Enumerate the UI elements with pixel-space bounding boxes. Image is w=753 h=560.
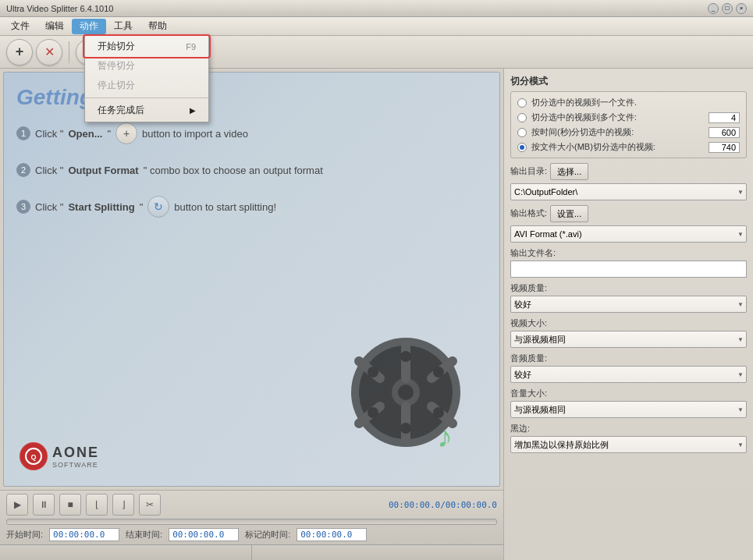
aone-sub: SOFTWARE [52,461,99,469]
aone-icon: Q [20,442,48,470]
output-dir-section: 输出目录: 选择... C:\OutputFolder\ [510,163,747,200]
left-panel: Getting Started 1 Click " Open... " + bu… [0,69,503,560]
svg-point-12 [368,367,378,377]
statusbar-field-2 [252,545,497,560]
aone-name: AONE [52,445,99,461]
output-format-select-wrapper: AVI Format (*.avi) [510,225,747,243]
close-button[interactable]: × [736,3,747,14]
add-button[interactable]: + [6,39,33,66]
progress-bar[interactable] [6,519,497,525]
audio-quality-select[interactable]: 较好 最好 一般 [510,366,747,383]
black-edge-label: 黑边: [510,423,747,434]
stop-control[interactable]: ■ [59,494,81,516]
step-3-text3: button to start splitting! [174,201,276,213]
black-edge-section: 黑边: 增加黑边以保持原始比例 [510,423,747,453]
pause-split-label: 暂停切分 [98,59,135,73]
svg-point-13 [433,407,444,418]
start-split-label: 开始切分 [98,40,135,53]
maximize-button[interactable]: □ [722,3,733,14]
remove-button[interactable]: ✕ [36,39,62,66]
radio-item-0[interactable]: 切分选中的视频到一个文件. [517,97,740,108]
menu-action[interactable]: 动作 [72,19,106,34]
step-1-icon: " [107,128,111,140]
volume-label: 音量大小: [510,388,747,399]
radio-3-value[interactable] [709,142,740,153]
video-size-label: 视频大小: [510,317,747,329]
aone-logo: Q AONE SOFTWARE [20,442,99,470]
output-filename-section: 输出文件名: [510,247,747,278]
video-area: Getting Started 1 Click " Open... " + bu… [3,72,500,487]
radio-item-2[interactable]: 按时间(秒)分切选中的视频: [517,126,740,138]
svg-point-11 [400,423,411,434]
stop-split-label: 停止切分 [98,79,135,92]
radio-3[interactable] [517,143,527,152]
output-format-select[interactable]: AVI Format (*.avi) [510,225,747,243]
step-1: 1 Click " Open... " + button to import a… [16,122,323,144]
radio-3-label: 按文件大小(MB)切分选中的视频: [531,141,655,153]
dropdown-separator [85,97,208,98]
after-task-item[interactable]: 任务完成后 ▶ [85,101,208,120]
minimize-button[interactable]: _ [708,3,719,14]
playback-controls: ▶ ⏸ ■ ⌊ ⌋ ✂ 00:00:00.0/00:00:00.0 [6,494,497,516]
start-time-input[interactable] [49,528,119,541]
black-edge-wrapper: 增加黑边以保持原始比例 [510,436,747,453]
start-split-item[interactable]: 开始切分 F9 [85,37,208,56]
step-3-text1: Click " [35,201,63,213]
mark-in-control[interactable]: ⌊ [86,494,108,516]
radio-2-value[interactable] [709,127,740,138]
radio-2[interactable] [517,128,527,137]
output-filename-input[interactable] [510,261,747,278]
mark-out-control[interactable]: ⌋ [112,494,134,516]
video-quality-label: 视频质量: [510,282,747,294]
output-dir-label: 输出目录: [510,165,547,177]
radio-0[interactable] [517,98,527,108]
window-controls: _ □ × [708,3,747,14]
video-size-wrapper: 与源视频相同 [510,331,747,348]
start-time-label: 开始时间: [6,529,43,541]
app-title: Ultra Video Splitter 6.4.1010 [6,4,113,13]
menu-file[interactable]: 文件 [3,19,37,34]
step-3-text2: " [140,201,144,213]
radio-1[interactable] [517,113,527,122]
radio-item-3[interactable]: 按文件大小(MB)切分选中的视频: [517,141,740,153]
pause-control[interactable]: ⏸ [33,494,55,516]
video-size-section: 视频大小: 与源视频相同 [510,317,747,348]
menubar: 文件 编辑 动作 工具 帮助 开始切分 F9 暂停切分 停止切分 任务完成后 ▶ [0,17,753,36]
volume-select[interactable]: 与源视频相同 [510,401,747,418]
output-format-header: 输出格式: 设置... [510,205,747,222]
video-size-select[interactable]: 与源视频相同 [510,331,747,348]
audio-quality-wrapper: 较好 最好 一般 [510,366,747,383]
mark-time-input[interactable] [297,528,367,541]
output-dir-select[interactable]: C:\OutputFolder\ [510,183,747,200]
time-inputs: 开始时间: 结束时间: 标记的时间: [6,528,497,541]
output-dir-select-wrapper: C:\OutputFolder\ [510,183,747,200]
radio-0-label: 切分选中的视频到一个文件. [531,97,637,108]
radio-2-label: 按时间(秒)分切选中的视频: [531,126,634,138]
volume-wrapper: 与源视频相同 [510,401,747,418]
toolbar-separator-1 [69,41,69,63]
svg-point-15 [433,367,444,377]
step-2-text1: Click " [35,165,63,176]
video-quality-select[interactable]: 较好 最好 一般 [510,296,747,313]
output-format-section: 输出格式: 设置... AVI Format (*.avi) [510,205,747,243]
menu-edit[interactable]: 编辑 [37,19,72,34]
scissors-control[interactable]: ✂ [139,494,161,516]
play-control[interactable]: ▶ [6,494,28,516]
end-time-input[interactable] [169,528,239,541]
statusbar [0,544,503,560]
radio-1-value[interactable] [709,112,740,123]
step-2-text2: " combo box to choose an output format [144,165,323,176]
step-list: 1 Click " Open... " + button to import a… [16,122,323,218]
output-format-btn[interactable]: 设置... [550,205,588,222]
black-edge-select[interactable]: 增加黑边以保持原始比例 [510,436,747,453]
after-task-label: 任务完成后 [98,104,144,117]
step-1-text2: button to import a video [142,128,248,140]
step-3-bold: Start Splitting [68,201,134,213]
output-dir-btn[interactable]: 选择... [550,163,588,180]
step-3: 3 Click " Start Splitting " ↻ button to … [16,196,323,218]
menu-help[interactable]: 帮助 [140,19,175,34]
radio-item-1[interactable]: 切分选中的视频到多个文件: [517,112,740,123]
menu-tools[interactable]: 工具 [106,19,140,34]
split-mode-box: 切分选中的视频到一个文件. 切分选中的视频到多个文件: 按时间(秒)分切选中的视… [510,91,747,158]
film-reel-decoration: ♪ [343,330,468,455]
